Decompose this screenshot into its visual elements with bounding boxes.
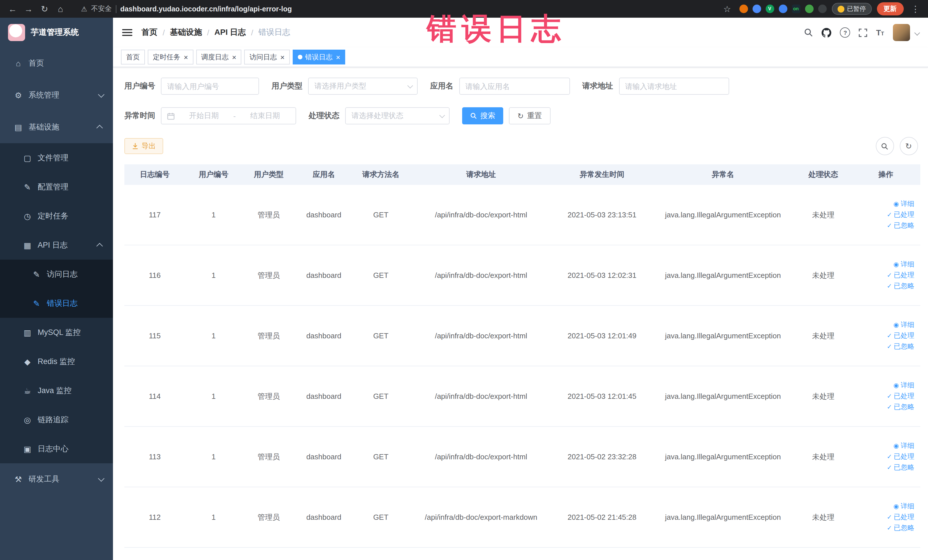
- update-button[interactable]: 更新: [877, 2, 904, 15]
- reload-icon[interactable]: ↻: [38, 0, 51, 18]
- sidebar-item-error-log[interactable]: ✎错误日志: [0, 289, 113, 318]
- column-header: 用户类型: [242, 164, 296, 185]
- tab-访问日志[interactable]: 访问日志×: [244, 50, 290, 64]
- eye-icon: ◉: [893, 441, 899, 451]
- column-header: 应用名: [295, 164, 352, 185]
- app-name-input[interactable]: [459, 78, 570, 95]
- exception-time-range-picker[interactable]: 开始日期 - 结束日期: [161, 107, 296, 124]
- close-icon[interactable]: ×: [232, 53, 236, 61]
- address-divider: [116, 5, 116, 13]
- app-logo[interactable]: 芋道管理系统: [0, 18, 113, 47]
- action-详细[interactable]: ◉详细: [854, 501, 914, 512]
- breadcrumb-item[interactable]: API 日志: [215, 27, 246, 38]
- extension-icon-dark-pin[interactable]: [818, 5, 826, 13]
- action-已忽略[interactable]: ✓已忽略: [854, 281, 914, 291]
- action-已处理[interactable]: ✓已处理: [854, 270, 914, 281]
- close-icon[interactable]: ×: [184, 53, 188, 61]
- action-已处理[interactable]: ✓已处理: [854, 451, 914, 462]
- sidebar-item-infra[interactable]: ▤基础设施: [0, 111, 113, 143]
- action-已处理[interactable]: ✓已处理: [854, 209, 914, 220]
- paused-badge[interactable]: 已暂停: [832, 3, 872, 15]
- sidebar-item-trace[interactable]: ◎链路追踪: [0, 405, 113, 434]
- tab-首页[interactable]: 首页: [121, 50, 145, 64]
- sidebar-item-file[interactable]: ▢文件管理: [0, 143, 113, 172]
- sidebar-item-redis[interactable]: ◆Redis 监控: [0, 347, 113, 376]
- close-icon[interactable]: ×: [280, 53, 284, 61]
- check-icon: ✓: [887, 462, 892, 473]
- action-已忽略[interactable]: ✓已忽略: [854, 341, 914, 352]
- sidebar-item-home[interactable]: ⌂首页: [0, 47, 113, 79]
- cell-app: dashboard: [295, 305, 352, 366]
- search-icon[interactable]: [804, 28, 814, 37]
- action-label: 已处理: [894, 330, 914, 341]
- home-icon[interactable]: ⌂: [53, 0, 67, 18]
- breadcrumb-item[interactable]: 基础设施: [170, 27, 202, 38]
- github-icon[interactable]: [822, 27, 832, 37]
- extension-icon-blue-grid[interactable]: [778, 5, 787, 13]
- extension-icon-green-v[interactable]: V: [765, 5, 774, 13]
- tab-定时任务[interactable]: 定时任务×: [148, 50, 193, 64]
- cell-id: 113: [124, 426, 185, 487]
- sidebar-item-java[interactable]: ☕Java 监控: [0, 376, 113, 405]
- tab-错误日志[interactable]: 错误日志×: [293, 50, 345, 64]
- sidebar-item-api-log[interactable]: ▦API 日志: [0, 230, 113, 259]
- extension-icon-switch-on[interactable]: on: [792, 5, 800, 13]
- action-已忽略[interactable]: ✓已忽略: [854, 523, 914, 534]
- sidebar-item-access-log[interactable]: ✎访问日志: [0, 259, 113, 289]
- action-详细[interactable]: ◉详细: [854, 259, 914, 270]
- tools-icon: ⚒: [14, 475, 23, 484]
- action-已忽略[interactable]: ✓已忽略: [854, 462, 914, 473]
- action-已处理[interactable]: ✓已处理: [854, 512, 914, 523]
- action-已忽略[interactable]: ✓已忽略: [854, 402, 914, 412]
- action-详细[interactable]: ◉详细: [854, 441, 914, 451]
- table-row: 1151管理员dashboardGET/api/infra/db-doc/exp…: [124, 305, 920, 366]
- sidebar-item-mysql[interactable]: ▥MySQL 监控: [0, 318, 113, 347]
- sidebar-item-config[interactable]: ✎配置管理: [0, 172, 113, 201]
- extension-icon-orange[interactable]: [739, 5, 748, 13]
- document-edit-icon: ✎: [32, 299, 41, 308]
- user-avatar[interactable]: [893, 24, 910, 41]
- address-bar[interactable]: ⚠ 不安全 dashboard.yudao.iocoder.cn/infra/l…: [81, 4, 292, 14]
- close-icon[interactable]: ×: [336, 53, 340, 61]
- back-icon[interactable]: ←: [6, 0, 20, 18]
- action-详细[interactable]: ◉详细: [854, 198, 914, 209]
- document-icon: ▦: [23, 241, 32, 250]
- search-button[interactable]: 搜索: [462, 107, 503, 124]
- tab-调度日志[interactable]: 调度日志×: [196, 50, 241, 64]
- action-详细[interactable]: ◉详细: [854, 319, 914, 330]
- font-size-icon[interactable]: TT: [876, 28, 884, 37]
- cell-method: GET: [352, 245, 409, 305]
- check-icon: ✓: [887, 341, 892, 352]
- refresh-table-button[interactable]: ↻: [899, 137, 918, 155]
- help-icon[interactable]: ?: [840, 27, 850, 38]
- action-label: 已处理: [894, 209, 914, 220]
- bookmark-star-icon[interactable]: ☆: [720, 0, 734, 18]
- cell-user_id: 1: [185, 487, 242, 548]
- user-type-select[interactable]: 请选择用户类型: [308, 78, 418, 95]
- process-status-select[interactable]: 请选择处理状态: [345, 107, 450, 124]
- breadcrumb-item[interactable]: 首页: [142, 27, 157, 38]
- chevron-up-icon: [96, 125, 103, 131]
- hamburger-icon[interactable]: [122, 29, 132, 36]
- fullscreen-icon[interactable]: [859, 28, 867, 37]
- toggle-search-button[interactable]: [876, 137, 894, 155]
- action-已忽略[interactable]: ✓已忽略: [854, 220, 914, 231]
- export-button[interactable]: 导出: [124, 138, 163, 154]
- extension-icon-blue-drop[interactable]: [752, 5, 761, 13]
- user-id-input[interactable]: [161, 78, 259, 95]
- sidebar-item-devtools[interactable]: ⚒研发工具: [0, 463, 113, 495]
- sidebar-item-job[interactable]: ◷定时任务: [0, 201, 113, 230]
- kebab-menu-icon[interactable]: ⋮: [908, 0, 922, 18]
- sidebar-item-system[interactable]: ⚙系统管理: [0, 79, 113, 111]
- sidebar-item-log-center[interactable]: ▣日志中心: [0, 434, 113, 463]
- action-详细[interactable]: ◉详细: [854, 380, 914, 391]
- extension-icon-green-leaf[interactable]: [805, 5, 814, 13]
- action-已处理[interactable]: ✓已处理: [854, 391, 914, 402]
- avatar-caret-icon[interactable]: [914, 30, 920, 35]
- check-icon: ✓: [887, 220, 892, 231]
- request-url-input[interactable]: [619, 78, 729, 95]
- forward-icon[interactable]: →: [22, 0, 35, 18]
- action-已处理[interactable]: ✓已处理: [854, 330, 914, 341]
- extension-icons: Von: [739, 5, 826, 13]
- reset-button[interactable]: ↻ 重置: [509, 107, 551, 124]
